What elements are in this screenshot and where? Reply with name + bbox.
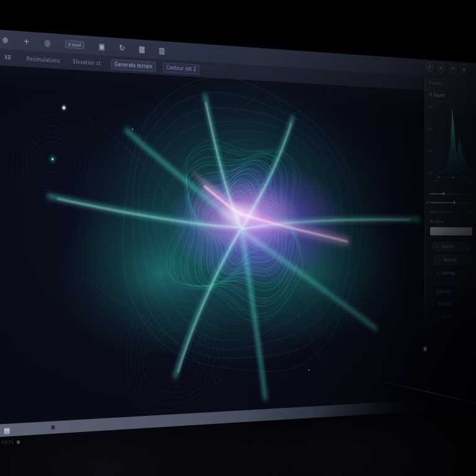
properties-sidebar: Elevate ▤ Layers 400 300 200 100 [425,77,476,355]
chart-x-axis: 0 m 1 km [434,180,474,184]
terrain-canvas[interactable] [0,65,476,424]
toolbar-right-group: ↺ ⇄ ⚙ ◉ [426,62,467,74]
no-data-label: No data [430,219,476,224]
document-icon[interactable]: ▤ [4,426,9,434]
droplet-icon: ∿ [432,302,436,307]
move-icon[interactable]: + [24,37,30,45]
elevation-chart: 400 300 200 100 [428,104,474,187]
history-icon[interactable]: ↺ [426,62,433,72]
tab-generate-terrain[interactable]: Generate terrain [111,59,156,72]
chart-y-axis: 400 300 200 100 [428,105,433,175]
table-icon[interactable]: ▥ [159,46,165,54]
layers-panel-title: ▤ Layers [425,85,476,102]
account-icon[interactable]: ◉ [461,64,467,74]
app-window: ⊕ + ◎ Z level ▣ ↻ ▦ ▥ ↺ ⇄ ⚙ ◉ XB Resimul… [0,30,476,437]
opacity-slider[interactable]: ◧ [430,201,472,205]
tab-resimulations[interactable]: Resimulations [24,54,64,66]
focus-icon[interactable]: ◎ [44,38,50,47]
chart-baseline [434,177,474,178]
outside-dot [17,441,20,444]
contour-icon: ◌ [430,289,434,294]
slider-icon: ◧ [427,200,430,204]
list-item-update[interactable]: ↻ Update [432,242,471,251]
level-slider[interactable] [430,192,472,196]
grid-icon[interactable]: ▦ [139,45,145,53]
refresh-icon[interactable]: ↻ [119,43,125,51]
settings-icon[interactable]: ⚙ [449,63,456,73]
caption-row: Advanced terrain 1.0 [430,209,473,214]
layers-icon: ▤ [430,92,432,97]
tab-elevation[interactable]: Elevation st [70,57,104,68]
chart-plot [434,105,475,177]
photo-background: ⊕ + ◎ Z level ▣ ↻ ▦ ▥ ↺ ⇄ ⚙ ◉ XB Resimul… [0,0,476,476]
sync-icon[interactable]: ⇄ [438,63,444,73]
baseline-marker [466,177,467,179]
tab-contour-set[interactable]: Contour set 2 [163,62,200,74]
status-bar-tick [51,425,55,429]
image-icon[interactable]: ▣ [99,42,105,51]
list-item-material[interactable]: ◇ Material [434,255,472,265]
sliders-icon: ≡ [436,271,439,276]
baseline-marker [452,177,454,178]
list-item-contours[interactable]: ◌ Contours [430,287,472,296]
tab-stub[interactable]: XB [1,53,14,63]
baseline-marker [438,177,439,178]
refresh-icon: ↻ [436,244,439,249]
list-item-streams[interactable]: ∿ Streams [432,299,473,309]
sidebar-list: ↻ Update ◇ Material ≡ Settings ◌ Contour… [425,242,476,321]
z-level-button[interactable]: Z level [65,40,84,49]
cube-icon: ◇ [438,257,441,262]
globe-icon[interactable]: ⊕ [2,35,9,44]
action-button[interactable] [430,227,472,236]
list-item-export[interactable]: ↗ Export [434,312,472,322]
terrain-art [0,65,476,424]
divider [430,283,472,284]
export-icon: ↗ [434,314,438,319]
list-item-settings[interactable]: ≡ Settings [436,268,472,278]
